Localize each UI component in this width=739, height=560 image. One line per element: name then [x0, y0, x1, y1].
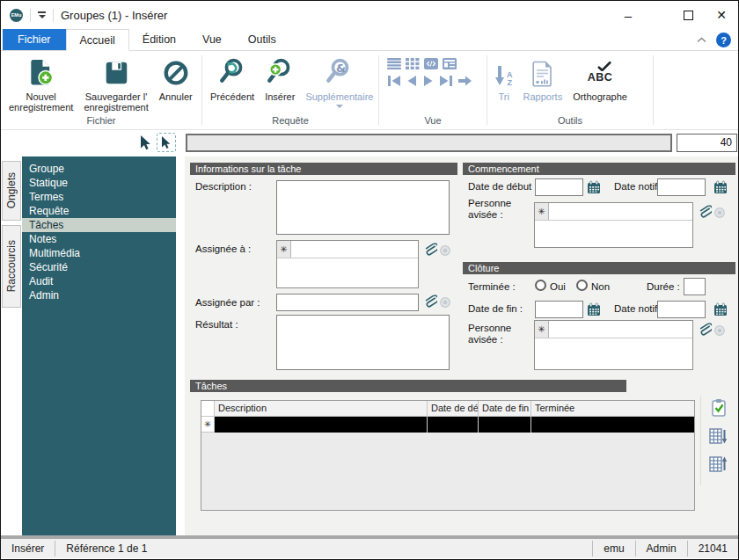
previous-query-button[interactable]: Précédent: [205, 51, 260, 102]
assigned-by-field[interactable]: [276, 294, 419, 311]
grid-view-icon[interactable]: [406, 58, 420, 69]
tab-vue[interactable]: Vue: [189, 29, 235, 50]
sidebar-item-audit[interactable]: Audit: [22, 274, 176, 288]
group-label-outils: Outils: [490, 115, 650, 129]
record-counter: 40: [677, 134, 737, 152]
save-record-button[interactable]: Sauvegarder l'enregistrement: [78, 51, 153, 113]
view-record-button[interactable]: [713, 324, 726, 337]
sort-button[interactable]: AZ Tri: [490, 51, 518, 102]
status-bar: Insérer Référence 1 de 1 emu Admin 21041: [1, 539, 738, 558]
completed-no-radio[interactable]: [576, 280, 588, 291]
grid-fill-up-button[interactable]: [709, 455, 728, 473]
description-field[interactable]: [276, 180, 450, 235]
cell-date-fin[interactable]: [479, 417, 531, 433]
new-record-button[interactable]: Nouvelenregistrement: [4, 51, 78, 113]
sidebar-item-taches[interactable]: Tâches: [22, 218, 176, 232]
reports-button[interactable]: Rapports: [518, 51, 568, 102]
sidebar-item-statique[interactable]: Statique: [22, 176, 176, 190]
maximize-button[interactable]: [677, 4, 699, 25]
sidebar-item-admin[interactable]: Admin: [22, 288, 176, 302]
tab-fichier[interactable]: Fichier: [3, 29, 66, 50]
tab-outils[interactable]: Outils: [235, 29, 289, 50]
collapse-ribbon-icon[interactable]: [695, 34, 707, 47]
notified-person-label: Personneavisée :: [468, 323, 511, 345]
insert-button[interactable]: Insérer: [260, 51, 300, 102]
spellcheck-button[interactable]: ABC Orthographe: [567, 51, 633, 102]
row-marker[interactable]: ✳: [201, 417, 215, 433]
col-date-debut[interactable]: Date de dé...: [428, 401, 479, 417]
tasks-table[interactable]: Description Date de dé... Date de fin Te…: [201, 400, 695, 511]
tab-edition[interactable]: Édition: [129, 29, 189, 50]
help-button[interactable]: ?: [716, 33, 731, 47]
cell-description[interactable]: [215, 417, 428, 433]
sidebar-item-requete[interactable]: Requête: [22, 204, 176, 218]
paperclip-icon: [422, 293, 437, 309]
col-date-fin[interactable]: Date de fin: [479, 401, 531, 417]
report-document-icon: [532, 55, 553, 87]
duration-field[interactable]: [684, 278, 706, 295]
attach-record-button[interactable]: [697, 321, 712, 337]
row-marker: ✳: [535, 321, 549, 338]
select-all-tool-icon[interactable]: [157, 133, 176, 152]
grid-check-button[interactable]: [709, 398, 728, 417]
sidebar-item-notes[interactable]: Notes: [22, 232, 176, 246]
cell-date-debut[interactable]: [428, 417, 479, 433]
close-button[interactable]: ✕: [710, 4, 733, 25]
last-record-icon[interactable]: [439, 75, 453, 87]
assigned-to-grid[interactable]: ✳: [276, 240, 419, 288]
sidebar-item-multimedia[interactable]: Multimédia: [22, 246, 176, 260]
end-notif-calendar-button[interactable]: [713, 302, 728, 316]
tab-accueil[interactable]: Accueil: [66, 29, 129, 51]
end-date-field[interactable]: [535, 301, 583, 318]
view-record-button[interactable]: [439, 244, 451, 257]
status-reference: Référence 1 de 1: [55, 539, 157, 558]
details-view-icon[interactable]: [443, 58, 457, 69]
table-row[interactable]: ✳: [201, 417, 694, 433]
status-code: 21041: [688, 539, 738, 558]
start-notif-date-field[interactable]: [657, 178, 706, 196]
attach-record-button[interactable]: [422, 241, 437, 257]
status-role: Admin: [636, 539, 687, 558]
start-notified-person-grid[interactable]: ✳: [534, 202, 693, 248]
goto-record-icon[interactable]: [457, 75, 472, 87]
grid-fill-down-button[interactable]: [709, 426, 728, 445]
sidebar-item-termes[interactable]: Termes: [22, 190, 176, 204]
description-label: Description :: [195, 181, 252, 193]
next-record-icon[interactable]: [422, 75, 435, 87]
col-terminee[interactable]: Terminée: [531, 401, 694, 417]
sidebar-item-groupe[interactable]: Groupe: [22, 162, 176, 176]
start-notif-calendar-button[interactable]: [713, 180, 728, 194]
end-notified-person-grid[interactable]: ✳: [534, 320, 693, 370]
start-date-calendar-button[interactable]: [587, 180, 601, 194]
sort-az-icon: AZ: [495, 55, 513, 87]
completed-yes-radio[interactable]: [535, 280, 546, 291]
cell-terminee[interactable]: [531, 417, 694, 433]
clipboard-check-icon: [710, 398, 728, 417]
view-record-button[interactable]: [439, 296, 451, 309]
col-description[interactable]: Description: [215, 401, 428, 417]
cancel-button[interactable]: Annuler: [154, 51, 198, 102]
code-view-icon[interactable]: [424, 58, 438, 69]
select-tool-icon[interactable]: [135, 133, 155, 152]
view-record-button[interactable]: [713, 207, 726, 219]
sidebar-tab-onglets[interactable]: Onglets: [2, 161, 21, 221]
end-notif-date-field[interactable]: [657, 301, 706, 318]
minimize-button[interactable]: –: [617, 4, 640, 25]
supplementary-query-button[interactable]: & Supplémentaire: [300, 51, 378, 108]
section-header-cloture: Clôture: [463, 262, 735, 274]
end-date-calendar-button[interactable]: [587, 302, 601, 316]
section-header-commencement: Commencement: [463, 163, 735, 175]
sidebar-item-securite[interactable]: Sécurité: [22, 260, 176, 274]
previous-record-icon[interactable]: [406, 75, 418, 87]
eye-icon: [439, 244, 451, 257]
quick-access-dropdown-icon[interactable]: [38, 11, 46, 18]
attach-record-button[interactable]: [422, 293, 437, 309]
paperclip-icon: [697, 203, 712, 219]
list-view-icon[interactable]: [387, 58, 401, 69]
attach-record-button[interactable]: [697, 203, 712, 219]
sidebar-tab-raccourcis[interactable]: Raccourcis: [2, 225, 21, 308]
result-field[interactable]: [276, 315, 450, 370]
start-date-field[interactable]: [535, 178, 583, 196]
status-user: emu: [593, 539, 634, 558]
first-record-icon[interactable]: [387, 75, 401, 87]
